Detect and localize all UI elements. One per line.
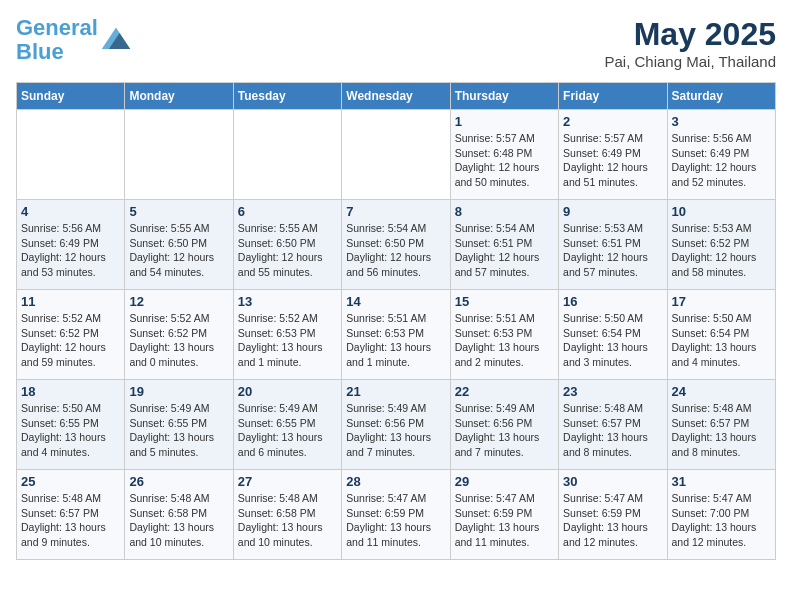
day-info: Sunrise: 5:56 AM Sunset: 6:49 PM Dayligh…: [672, 131, 771, 190]
day-number: 2: [563, 114, 662, 129]
day-info: Sunrise: 5:47 AM Sunset: 6:59 PM Dayligh…: [563, 491, 662, 550]
logo-text: General Blue: [16, 16, 98, 64]
calendar-day: 11Sunrise: 5:52 AM Sunset: 6:52 PM Dayli…: [17, 290, 125, 380]
day-info: Sunrise: 5:55 AM Sunset: 6:50 PM Dayligh…: [238, 221, 337, 280]
day-number: 15: [455, 294, 554, 309]
day-number: 19: [129, 384, 228, 399]
calendar-day: 15Sunrise: 5:51 AM Sunset: 6:53 PM Dayli…: [450, 290, 558, 380]
header-wednesday: Wednesday: [342, 83, 450, 110]
day-info: Sunrise: 5:54 AM Sunset: 6:51 PM Dayligh…: [455, 221, 554, 280]
logo: General Blue: [16, 16, 132, 64]
day-number: 6: [238, 204, 337, 219]
day-number: 12: [129, 294, 228, 309]
calendar-week-2: 11Sunrise: 5:52 AM Sunset: 6:52 PM Dayli…: [17, 290, 776, 380]
day-number: 4: [21, 204, 120, 219]
day-info: Sunrise: 5:57 AM Sunset: 6:48 PM Dayligh…: [455, 131, 554, 190]
calendar-day: 25Sunrise: 5:48 AM Sunset: 6:57 PM Dayli…: [17, 470, 125, 560]
day-info: Sunrise: 5:48 AM Sunset: 6:57 PM Dayligh…: [563, 401, 662, 460]
calendar-day: 31Sunrise: 5:47 AM Sunset: 7:00 PM Dayli…: [667, 470, 775, 560]
day-info: Sunrise: 5:48 AM Sunset: 6:58 PM Dayligh…: [238, 491, 337, 550]
calendar-day: 1Sunrise: 5:57 AM Sunset: 6:48 PM Daylig…: [450, 110, 558, 200]
header-tuesday: Tuesday: [233, 83, 341, 110]
calendar-day: 22Sunrise: 5:49 AM Sunset: 6:56 PM Dayli…: [450, 380, 558, 470]
day-number: 18: [21, 384, 120, 399]
calendar-day: 9Sunrise: 5:53 AM Sunset: 6:51 PM Daylig…: [559, 200, 667, 290]
day-info: Sunrise: 5:49 AM Sunset: 6:56 PM Dayligh…: [346, 401, 445, 460]
day-info: Sunrise: 5:49 AM Sunset: 6:55 PM Dayligh…: [129, 401, 228, 460]
calendar-day: 8Sunrise: 5:54 AM Sunset: 6:51 PM Daylig…: [450, 200, 558, 290]
header-saturday: Saturday: [667, 83, 775, 110]
day-number: 23: [563, 384, 662, 399]
day-number: 29: [455, 474, 554, 489]
header-friday: Friday: [559, 83, 667, 110]
calendar-day: 5Sunrise: 5:55 AM Sunset: 6:50 PM Daylig…: [125, 200, 233, 290]
calendar-day: 18Sunrise: 5:50 AM Sunset: 6:55 PM Dayli…: [17, 380, 125, 470]
calendar-day: 17Sunrise: 5:50 AM Sunset: 6:54 PM Dayli…: [667, 290, 775, 380]
day-info: Sunrise: 5:47 AM Sunset: 6:59 PM Dayligh…: [346, 491, 445, 550]
logo-line2: Blue: [16, 39, 64, 64]
day-number: 21: [346, 384, 445, 399]
day-info: Sunrise: 5:52 AM Sunset: 6:53 PM Dayligh…: [238, 311, 337, 370]
calendar-day: 20Sunrise: 5:49 AM Sunset: 6:55 PM Dayli…: [233, 380, 341, 470]
calendar-table: SundayMondayTuesdayWednesdayThursdayFrid…: [16, 82, 776, 560]
day-number: 27: [238, 474, 337, 489]
day-number: 5: [129, 204, 228, 219]
day-number: 3: [672, 114, 771, 129]
calendar-day: 24Sunrise: 5:48 AM Sunset: 6:57 PM Dayli…: [667, 380, 775, 470]
day-info: Sunrise: 5:50 AM Sunset: 6:54 PM Dayligh…: [563, 311, 662, 370]
day-info: Sunrise: 5:57 AM Sunset: 6:49 PM Dayligh…: [563, 131, 662, 190]
header-sunday: Sunday: [17, 83, 125, 110]
title-block: May 2025 Pai, Chiang Mai, Thailand: [605, 16, 777, 70]
page-title: May 2025: [605, 16, 777, 53]
calendar-week-4: 25Sunrise: 5:48 AM Sunset: 6:57 PM Dayli…: [17, 470, 776, 560]
calendar-day: 6Sunrise: 5:55 AM Sunset: 6:50 PM Daylig…: [233, 200, 341, 290]
calendar-day: 26Sunrise: 5:48 AM Sunset: 6:58 PM Dayli…: [125, 470, 233, 560]
calendar-day: 29Sunrise: 5:47 AM Sunset: 6:59 PM Dayli…: [450, 470, 558, 560]
calendar-day: 14Sunrise: 5:51 AM Sunset: 6:53 PM Dayli…: [342, 290, 450, 380]
day-number: 31: [672, 474, 771, 489]
header-thursday: Thursday: [450, 83, 558, 110]
day-number: 16: [563, 294, 662, 309]
day-number: 17: [672, 294, 771, 309]
day-info: Sunrise: 5:52 AM Sunset: 6:52 PM Dayligh…: [129, 311, 228, 370]
calendar-day: 27Sunrise: 5:48 AM Sunset: 6:58 PM Dayli…: [233, 470, 341, 560]
day-info: Sunrise: 5:53 AM Sunset: 6:51 PM Dayligh…: [563, 221, 662, 280]
calendar-day: 10Sunrise: 5:53 AM Sunset: 6:52 PM Dayli…: [667, 200, 775, 290]
day-number: 22: [455, 384, 554, 399]
calendar-week-3: 18Sunrise: 5:50 AM Sunset: 6:55 PM Dayli…: [17, 380, 776, 470]
day-number: 24: [672, 384, 771, 399]
calendar-day: 30Sunrise: 5:47 AM Sunset: 6:59 PM Dayli…: [559, 470, 667, 560]
day-number: 28: [346, 474, 445, 489]
day-number: 26: [129, 474, 228, 489]
day-info: Sunrise: 5:51 AM Sunset: 6:53 PM Dayligh…: [346, 311, 445, 370]
calendar-day: 12Sunrise: 5:52 AM Sunset: 6:52 PM Dayli…: [125, 290, 233, 380]
day-number: 13: [238, 294, 337, 309]
calendar-day: 21Sunrise: 5:49 AM Sunset: 6:56 PM Dayli…: [342, 380, 450, 470]
calendar-day: [17, 110, 125, 200]
day-info: Sunrise: 5:48 AM Sunset: 6:58 PM Dayligh…: [129, 491, 228, 550]
day-number: 9: [563, 204, 662, 219]
day-info: Sunrise: 5:47 AM Sunset: 7:00 PM Dayligh…: [672, 491, 771, 550]
day-number: 30: [563, 474, 662, 489]
calendar-day: 4Sunrise: 5:56 AM Sunset: 6:49 PM Daylig…: [17, 200, 125, 290]
day-number: 20: [238, 384, 337, 399]
day-number: 11: [21, 294, 120, 309]
calendar-week-1: 4Sunrise: 5:56 AM Sunset: 6:49 PM Daylig…: [17, 200, 776, 290]
header-monday: Monday: [125, 83, 233, 110]
calendar-day: 28Sunrise: 5:47 AM Sunset: 6:59 PM Dayli…: [342, 470, 450, 560]
logo-line1: General: [16, 15, 98, 40]
calendar-day: 23Sunrise: 5:48 AM Sunset: 6:57 PM Dayli…: [559, 380, 667, 470]
calendar-day: [342, 110, 450, 200]
day-info: Sunrise: 5:49 AM Sunset: 6:55 PM Dayligh…: [238, 401, 337, 460]
calendar-day: 3Sunrise: 5:56 AM Sunset: 6:49 PM Daylig…: [667, 110, 775, 200]
calendar-day: 19Sunrise: 5:49 AM Sunset: 6:55 PM Dayli…: [125, 380, 233, 470]
calendar-day: 2Sunrise: 5:57 AM Sunset: 6:49 PM Daylig…: [559, 110, 667, 200]
day-info: Sunrise: 5:50 AM Sunset: 6:54 PM Dayligh…: [672, 311, 771, 370]
day-info: Sunrise: 5:51 AM Sunset: 6:53 PM Dayligh…: [455, 311, 554, 370]
day-number: 25: [21, 474, 120, 489]
day-number: 1: [455, 114, 554, 129]
logo-icon: [100, 24, 132, 56]
day-number: 10: [672, 204, 771, 219]
day-info: Sunrise: 5:52 AM Sunset: 6:52 PM Dayligh…: [21, 311, 120, 370]
day-info: Sunrise: 5:50 AM Sunset: 6:55 PM Dayligh…: [21, 401, 120, 460]
